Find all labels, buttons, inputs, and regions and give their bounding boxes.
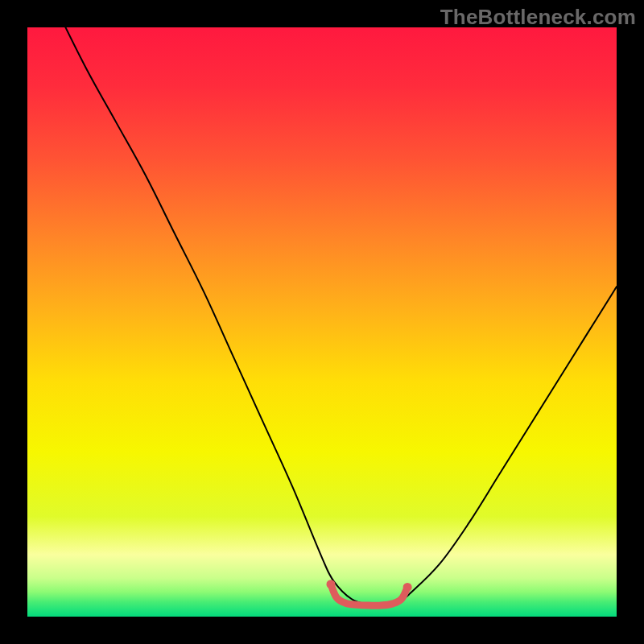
plot-area (27, 27, 617, 617)
optimal-end-dot (403, 583, 412, 592)
chart-frame: TheBottleneck.com (0, 0, 644, 644)
curve-layer (27, 27, 617, 617)
watermark-label: TheBottleneck.com (440, 5, 636, 30)
optimal-start-dot (326, 580, 335, 588)
optimal-band (331, 584, 407, 606)
bottleneck-curve (57, 27, 617, 605)
